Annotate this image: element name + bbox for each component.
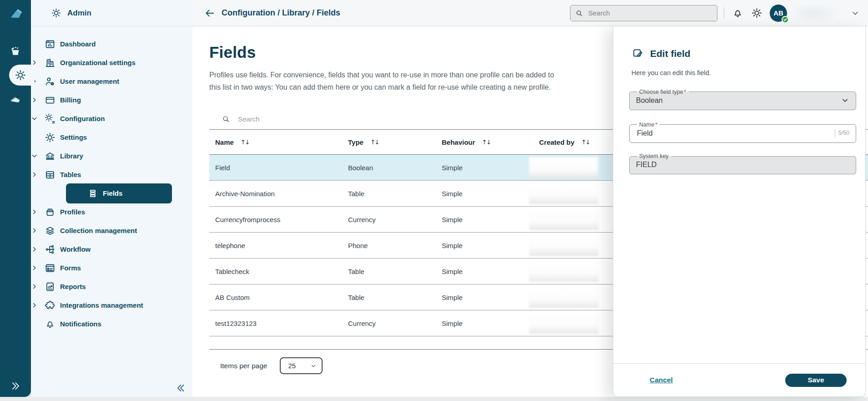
chevron-icon — [31, 264, 45, 271]
breadcrumb[interactable]: Configuration / Library / Fields — [222, 8, 340, 18]
sidebar-item[interactable]: Notifications — [31, 315, 192, 333]
sidebar-item[interactable]: Configuration — [31, 109, 192, 128]
sidebar-item[interactable]: Dashboard — [31, 35, 192, 53]
cell-name: AB Custom — [209, 294, 342, 301]
nav-item-label: Notifications — [60, 320, 101, 328]
created-by-redacted — [529, 313, 598, 334]
rail-expand-button[interactable] — [10, 381, 21, 391]
sidebar-item[interactable]: Library — [31, 147, 192, 165]
items-per-page-select[interactable]: 25 — [280, 357, 323, 374]
name-field-input[interactable] — [636, 129, 818, 138]
sidebar-item[interactable]: Organizational settings — [31, 53, 192, 72]
system-key-field: System key FIELD — [629, 153, 856, 174]
page-description: Profiles use fields. For convenience, fi… — [209, 69, 554, 93]
sidebar-item[interactable]: Settings — [31, 128, 192, 147]
cell-behaviour: Simple — [436, 190, 533, 198]
sidebar-item[interactable]: User management — [31, 72, 192, 91]
nav-item-icon — [45, 95, 56, 106]
nav-item-label: Billing — [60, 96, 81, 104]
sort-icon[interactable]: ↑↓ — [482, 138, 490, 146]
nav-item-icon — [45, 132, 56, 143]
cell-behaviour: Simple — [436, 164, 533, 172]
rail-assets-icon[interactable] — [9, 45, 22, 57]
header-divider — [724, 7, 724, 19]
sidebar-item[interactable]: Fields — [66, 183, 172, 203]
cell-type: Phone — [342, 242, 436, 249]
cell-name: Currencyfromprocess — [209, 216, 342, 223]
chevron-icon — [31, 246, 45, 253]
settings-gear-icon[interactable] — [751, 7, 762, 19]
created-by-redacted — [529, 235, 598, 256]
sidebar-item[interactable]: Tables — [31, 165, 192, 184]
nav-item-icon — [45, 169, 56, 180]
sidebar-item[interactable]: Forms — [31, 259, 192, 277]
nav-item-label: Settings — [60, 133, 87, 141]
sidebar-item[interactable]: Profiles — [31, 203, 192, 221]
nav-item-icon — [45, 263, 56, 274]
items-per-page-value: 25 — [288, 362, 296, 370]
sidebar-item[interactable]: Billing — [31, 91, 192, 109]
sort-icon[interactable]: ↑↓ — [581, 138, 590, 146]
edit-icon — [631, 47, 644, 60]
back-arrow-icon[interactable] — [204, 8, 215, 19]
global-search[interactable] — [570, 5, 717, 21]
sidebar-item[interactable]: Collection management — [31, 221, 192, 240]
admin-gear-icon — [51, 8, 61, 18]
system-key-value: FIELD — [636, 161, 656, 169]
field-type-select[interactable]: Choose field type* Boolean — [629, 88, 856, 110]
cancel-button[interactable]: Cancel — [650, 376, 673, 384]
sidebar-item[interactable]: Workflow — [31, 240, 192, 259]
top-header: Configuration / Library / Fields AB — [192, 0, 868, 26]
rail-admin-selected[interactable] — [9, 65, 35, 86]
cell-type: Currency — [342, 216, 436, 223]
chevron-icon — [31, 302, 45, 309]
required-asterisk: * — [684, 88, 686, 95]
sidebar-nav: Dashboard Organizational settings User m… — [31, 26, 192, 333]
created-by-redacted — [529, 157, 598, 178]
drawer-title: Edit field — [650, 48, 691, 59]
nav-item-label: Forms — [60, 264, 81, 272]
cell-behaviour: Simple — [436, 242, 533, 249]
required-asterisk: * — [655, 121, 657, 128]
notifications-bell-icon[interactable] — [732, 7, 743, 19]
app-root: Admin Dashboard Organizational settings — [0, 0, 868, 401]
nav-item-label: Integrations management — [60, 301, 143, 309]
cell-behaviour: Simple — [436, 268, 533, 275]
nav-item-label: Library — [60, 152, 83, 160]
sidebar-header: Admin — [31, 0, 192, 26]
cell-behaviour: Simple — [436, 294, 533, 301]
sidebar-item[interactable]: Reports — [31, 277, 192, 296]
nav-item-label: User management — [60, 77, 119, 85]
nav-item-icon — [45, 57, 56, 68]
nav-item-label: Organizational settings — [60, 59, 136, 66]
avatar[interactable]: AB — [770, 5, 787, 22]
cell-type: Table — [342, 268, 436, 275]
nav-item-icon — [45, 244, 56, 255]
rail-archive-icon[interactable] — [9, 93, 22, 106]
cell-type: Table — [342, 294, 436, 301]
nav-item-label: Dashboard — [60, 40, 96, 48]
account-menu-chevron-icon[interactable] — [851, 9, 860, 18]
chevron-icon — [31, 227, 45, 234]
items-per-page-label: Items per page — [220, 362, 267, 370]
table-search-input[interactable] — [237, 115, 419, 123]
sort-icon[interactable]: ↑↓ — [241, 138, 249, 146]
chevron-icon — [31, 208, 45, 215]
nav-item-label: Profiles — [60, 208, 85, 216]
nav-item-icon — [45, 300, 56, 311]
sidebar-item[interactable]: Integrations management — [31, 296, 192, 315]
nav-item-icon — [45, 151, 56, 162]
save-button[interactable]: Save — [785, 374, 847, 387]
name-field[interactable]: Name* 5/50 — [629, 121, 856, 143]
name-field-label: Name — [639, 122, 654, 128]
cell-name: Archive-Nomination — [209, 190, 342, 198]
sort-icon[interactable]: ↑↓ — [370, 138, 379, 146]
drawer-form: Choose field type* Boolean Name* 5/50 Sy… — [629, 88, 865, 174]
nav-item-icon — [45, 281, 56, 292]
chevron-down-icon — [310, 363, 317, 369]
column-header-created-by: Created by — [539, 138, 575, 146]
sidebar-collapse-button[interactable] — [176, 383, 186, 393]
created-by-redacted — [529, 209, 598, 230]
user-name-redacted — [792, 7, 839, 19]
global-search-input[interactable] — [587, 9, 712, 17]
